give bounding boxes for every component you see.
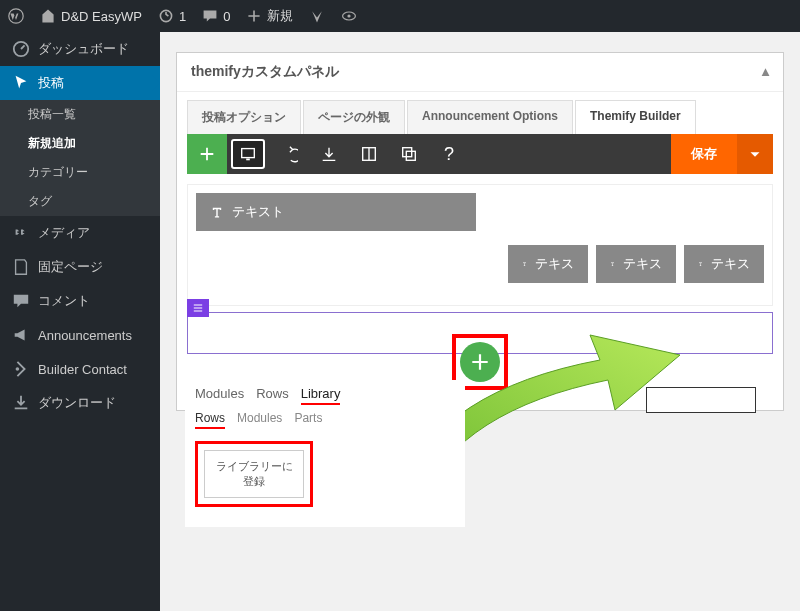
submenu-categories[interactable]: カテゴリー xyxy=(0,158,160,187)
undo-button[interactable] xyxy=(269,134,309,174)
menu-announcements[interactable]: Announcements xyxy=(0,318,160,352)
pop-tab-rows[interactable]: Rows xyxy=(256,386,289,405)
yoast-icon[interactable] xyxy=(309,8,325,24)
tab-themify-builder[interactable]: Themify Builder xyxy=(575,100,696,134)
pop-tab-modules[interactable]: Modules xyxy=(195,386,244,405)
register-library-button[interactable]: ライブラリーに登録 xyxy=(204,450,304,498)
builder-canvas: テキスト テキス テキス テキス xyxy=(187,184,773,306)
tab-announcement[interactable]: Announcement Options xyxy=(407,100,573,134)
text-module-col[interactable]: テキス xyxy=(596,245,676,283)
add-module-button[interactable] xyxy=(187,134,227,174)
pop-subtab-parts[interactable]: Parts xyxy=(294,411,322,429)
submenu-posts-new[interactable]: 新規追加 xyxy=(0,129,160,158)
text-module[interactable]: テキスト xyxy=(196,193,476,231)
svg-rect-5 xyxy=(242,149,255,158)
submenu-posts-list[interactable]: 投稿一覧 xyxy=(0,100,160,129)
layout-button[interactable] xyxy=(349,134,389,174)
new-content[interactable]: 新規 xyxy=(246,7,293,25)
menu-media[interactable]: メディア xyxy=(0,216,160,250)
menu-builder-contact[interactable]: Builder Contact xyxy=(0,352,160,386)
tab-page-appearance[interactable]: ページの外観 xyxy=(303,100,405,134)
panel-tabs: 投稿オプション ページの外観 Announcement Options Them… xyxy=(177,92,783,134)
builder-toolbar: ? 保存 xyxy=(187,134,773,174)
help-button[interactable]: ? xyxy=(429,134,469,174)
svg-point-4 xyxy=(16,367,20,371)
svg-rect-7 xyxy=(403,148,412,157)
submenu-tags[interactable]: タグ xyxy=(0,187,160,216)
highlight-box: ライブラリーに登録 xyxy=(195,441,313,507)
save-button[interactable]: 保存 xyxy=(671,134,737,174)
svg-point-2 xyxy=(348,14,351,17)
text-module-col[interactable]: テキス xyxy=(684,245,764,283)
updates[interactable]: 1 xyxy=(158,8,186,24)
eye-icon[interactable] xyxy=(341,8,357,24)
duplicate-button[interactable] xyxy=(389,134,429,174)
text-module-col[interactable]: テキス xyxy=(508,245,588,283)
menu-dashboard[interactable]: ダッシュボード xyxy=(0,32,160,66)
collapse-icon[interactable]: ▴ xyxy=(762,63,769,81)
pop-subtab-rows[interactable]: Rows xyxy=(195,411,225,429)
tab-post-options[interactable]: 投稿オプション xyxy=(187,100,301,134)
site-name[interactable]: D&D EasyWP xyxy=(40,8,142,24)
panel-title: themifyカスタムパネル xyxy=(191,63,339,81)
menu-comments[interactable]: コメント xyxy=(0,284,160,318)
pop-subtab-modules[interactable]: Modules xyxy=(237,411,282,429)
row-handle-icon[interactable] xyxy=(187,299,209,317)
wp-logo[interactable] xyxy=(8,8,24,24)
admin-sidebar: ダッシュボード 投稿 投稿一覧 新規追加 カテゴリー タグ メディア 固定ページ… xyxy=(0,32,160,611)
comments-count[interactable]: 0 xyxy=(202,8,230,24)
menu-pages[interactable]: 固定ページ xyxy=(0,250,160,284)
import-button[interactable] xyxy=(309,134,349,174)
save-dropdown[interactable] xyxy=(737,134,773,174)
desktop-view-button[interactable] xyxy=(231,139,265,169)
panel-header[interactable]: themifyカスタムパネル ▴ xyxy=(177,53,783,92)
library-popup: Modules Rows Library Rows Modules Parts … xyxy=(185,380,465,527)
wp-admin-bar: D&D EasyWP 1 0 新規 xyxy=(0,0,800,32)
menu-downloads[interactable]: ダウンロード xyxy=(0,386,160,420)
menu-posts[interactable]: 投稿 xyxy=(0,66,160,100)
pop-tab-library[interactable]: Library xyxy=(301,386,341,405)
svg-rect-8 xyxy=(406,151,415,160)
